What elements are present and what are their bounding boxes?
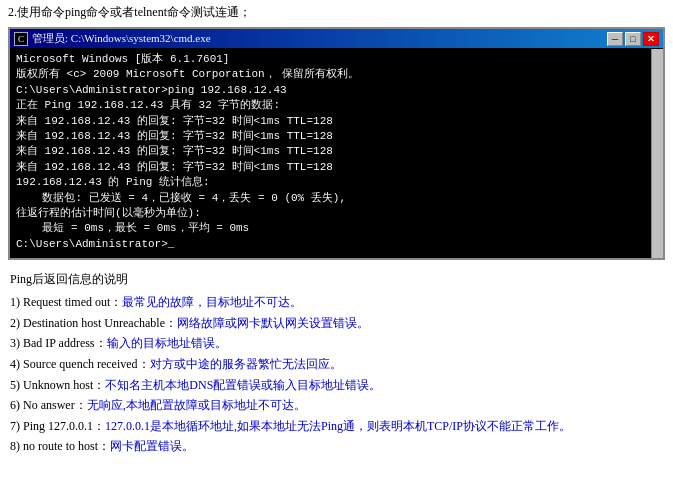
- info-items-container: 1) Request timed out：最常见的故障，目标地址不可达。2) D…: [10, 293, 663, 456]
- cmd-line: 192.168.12.43 的 Ping 统计信息:: [16, 175, 657, 190]
- info-item-desc: 不知名主机本地DNS配置错误或输入目标地址错误。: [105, 378, 381, 392]
- cmd-titlebar-left: C 管理员: C:\Windows\system32\cmd.exe: [14, 31, 211, 46]
- info-item-number: 7): [10, 419, 23, 433]
- info-item-label: Request timed out：: [23, 295, 122, 309]
- info-item-number: 2): [10, 316, 23, 330]
- cmd-line: 正在 Ping 192.168.12.43 具有 32 字节的数据:: [16, 98, 657, 113]
- info-item-label: no route to host：: [23, 439, 110, 453]
- info-item-label: Destination host Unreachable：: [23, 316, 177, 330]
- info-item: 5) Unknown host：不知名主机本地DNS配置错误或输入目标地址错误。: [10, 376, 663, 395]
- cmd-line: 来自 192.168.12.43 的回复: 字节=32 时间<1ms TTL=1…: [16, 114, 657, 129]
- cmd-line: C:\Users\Administrator>ping 192.168.12.4…: [16, 83, 657, 98]
- cmd-window: C 管理员: C:\Windows\system32\cmd.exe ─ □ ✕…: [8, 27, 665, 260]
- info-item-desc: 网络故障或网卡默认网关设置错误。: [177, 316, 369, 330]
- info-item-label: Bad IP address：: [23, 336, 107, 350]
- minimize-button[interactable]: ─: [607, 32, 623, 46]
- info-item: 4) Source quench received：对方或中途的服务器繁忙无法回…: [10, 355, 663, 374]
- info-item-label: Unknown host：: [23, 378, 105, 392]
- cmd-line: 来自 192.168.12.43 的回复: 字节=32 时间<1ms TTL=1…: [16, 129, 657, 144]
- cmd-line: C:\Users\Administrator>_: [16, 237, 657, 252]
- info-item-desc: 输入的目标地址错误。: [107, 336, 227, 350]
- cmd-title: 管理员: C:\Windows\system32\cmd.exe: [32, 31, 211, 46]
- cmd-line: 最短 = 0ms，最长 = 0ms，平均 = 0ms: [16, 221, 657, 236]
- cmd-line: 数据包: 已发送 = 4，已接收 = 4，丢失 = 0 (0% 丢失),: [16, 191, 657, 206]
- info-item-number: 1): [10, 295, 23, 309]
- info-item-desc: 无响应,本地配置故障或目标地址不可达。: [87, 398, 306, 412]
- info-item: 3) Bad IP address：输入的目标地址错误。: [10, 334, 663, 353]
- info-item-number: 8): [10, 439, 23, 453]
- info-item-desc: 最常见的故障，目标地址不可达。: [122, 295, 302, 309]
- cmd-body: Microsoft Windows [版本 6.1.7601]版权所有 <c> …: [10, 48, 663, 258]
- info-item-number: 5): [10, 378, 23, 392]
- cmd-line: 版权所有 <c> 2009 Microsoft Corporation， 保留所…: [16, 67, 657, 82]
- info-item-desc: 对方或中途的服务器繁忙无法回应。: [150, 357, 342, 371]
- info-item-label: Source quench received：: [23, 357, 150, 371]
- cmd-controls: ─ □ ✕: [607, 32, 659, 46]
- cmd-icon: C: [14, 32, 28, 46]
- cmd-line: 往返行程的估计时间(以毫秒为单位):: [16, 206, 657, 221]
- info-title: Ping后返回信息的说明: [10, 270, 663, 289]
- info-item-label: No answer：: [23, 398, 87, 412]
- info-item-number: 4): [10, 357, 23, 371]
- info-section: Ping后返回信息的说明 1) Request timed out：最常见的故障…: [0, 266, 673, 462]
- info-item: 1) Request timed out：最常见的故障，目标地址不可达。: [10, 293, 663, 312]
- close-button[interactable]: ✕: [643, 32, 659, 46]
- cmd-line: 来自 192.168.12.43 的回复: 字节=32 时间<1ms TTL=1…: [16, 160, 657, 175]
- cmd-line: Microsoft Windows [版本 6.1.7601]: [16, 52, 657, 67]
- info-item-number: 3): [10, 336, 23, 350]
- top-instruction: 2.使用命令ping命令或者telnent命令测试连通；: [0, 0, 673, 23]
- info-item: 2) Destination host Unreachable：网络故障或网卡默…: [10, 314, 663, 333]
- info-item: 8) no route to host：网卡配置错误。: [10, 437, 663, 456]
- info-item-number: 6): [10, 398, 23, 412]
- info-item-desc: 网卡配置错误。: [110, 439, 194, 453]
- info-item-label: Ping 127.0.0.1：: [23, 419, 105, 433]
- info-item-desc: 127.0.0.1是本地循环地址,如果本地址无法Ping通，则表明本机TCP/I…: [105, 419, 571, 433]
- maximize-button[interactable]: □: [625, 32, 641, 46]
- cmd-scrollbar[interactable]: [651, 49, 663, 258]
- info-item: 7) Ping 127.0.0.1：127.0.0.1是本地循环地址,如果本地址…: [10, 417, 663, 436]
- cmd-line: 来自 192.168.12.43 的回复: 字节=32 时间<1ms TTL=1…: [16, 144, 657, 159]
- cmd-titlebar: C 管理员: C:\Windows\system32\cmd.exe ─ □ ✕: [10, 29, 663, 48]
- info-item: 6) No answer：无响应,本地配置故障或目标地址不可达。: [10, 396, 663, 415]
